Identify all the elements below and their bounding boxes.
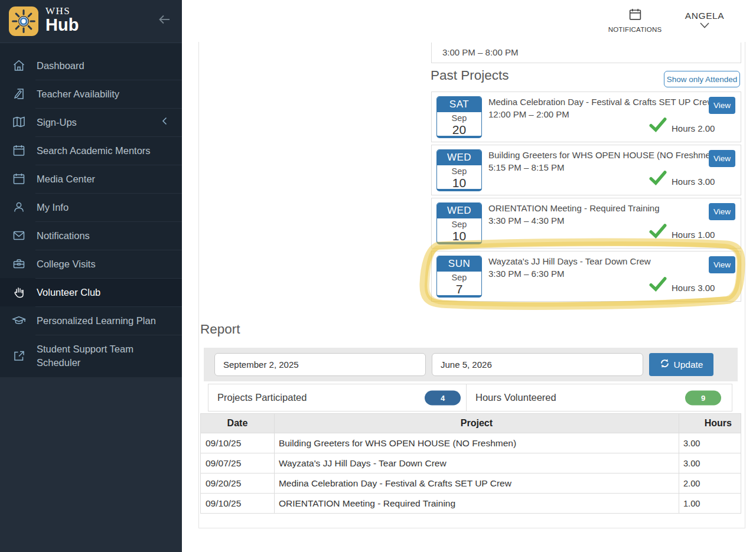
pencil-document-icon [12, 87, 26, 101]
show-only-attended-button[interactable]: Show only Attended [664, 71, 740, 87]
hours-volunteered-stat: Hours Volunteered 9 [467, 384, 732, 411]
project-hours: Hours 1.00 [672, 230, 715, 240]
brand: WHS Hub [45, 5, 79, 33]
badge-day: WED [437, 203, 481, 218]
update-button[interactable]: Update [649, 353, 713, 376]
sidebar-item-student-support-team-scheduler[interactable]: Student Support Team Scheduler [0, 335, 182, 377]
user-name: ANGELA [681, 11, 728, 21]
calendar-icon [12, 172, 26, 186]
cell-project: ORIENTATION Meeting - Required Training [274, 494, 679, 514]
cell-date: 09/20/25 [201, 473, 275, 494]
sidebar-item-label: Teacher Availability [37, 87, 139, 101]
view-button[interactable]: View [709, 150, 735, 167]
report-heading: Report [200, 322, 240, 337]
cell-project: Building Greeters for WHS OPEN HOUSE (NO… [274, 433, 679, 453]
table-row: 09/20/25 Medina Celebration Day - Festiv… [201, 473, 741, 494]
notifications-label: NOTIFICATIONS [607, 26, 663, 33]
view-button[interactable]: View [709, 203, 735, 220]
sidebar-item-volunteer-club[interactable]: Volunteer Club [0, 278, 182, 306]
chevron-down-icon [698, 22, 711, 31]
cell-hours: 1.00 [679, 494, 741, 514]
view-button[interactable]: View [709, 97, 735, 114]
sidebar-item-label: College Visits [37, 257, 116, 271]
sidebar-item-label: Student Support Team Scheduler [37, 342, 182, 370]
sidebar-item-media-center[interactable]: Media Center [0, 165, 182, 193]
sidebar-item-notifications[interactable]: Notifications [0, 221, 182, 250]
projects-participated-stat: Projects Participated 4 [208, 384, 467, 411]
badge-date: 10 [437, 230, 481, 243]
past-project-card: SAT Sep 20 Medina Celebration Day - Fest… [431, 92, 741, 142]
check-icon [649, 117, 667, 135]
past-project-card-highlighted: SUN Sep 7 Wayzata's JJ Hill Days - Tear … [431, 251, 741, 302]
update-label: Update [674, 360, 703, 370]
sidebar-item-college-visits[interactable]: College Visits [0, 250, 182, 278]
sidebar-item-label: Notifications [37, 229, 110, 243]
sidebar-item-label: Dashboard [37, 59, 105, 73]
project-hours: Hours 3.00 [672, 177, 715, 187]
sidebar-collapse-button[interactable] [157, 13, 172, 28]
project-title: Wayzata's JJ Hill Days - Tear Down Crew [488, 256, 651, 266]
cell-project: Wayzata's JJ Hill Days - Tear Down Crew [274, 453, 679, 473]
project-time: 3:30 PM – 6:30 PM [488, 269, 564, 279]
graduation-cap-icon [12, 313, 26, 328]
projects-count-badge: 4 [425, 390, 461, 405]
calendar-date-badge: SUN Sep 7 [436, 256, 482, 298]
sidebar-logo-strip: WHS Hub [0, 0, 182, 43]
sidebar-item-teacher-availability[interactable]: Teacher Availability [0, 80, 182, 108]
badge-month: Sep [437, 220, 481, 230]
project-time: 3:30 PM – 4:30 PM [488, 215, 564, 226]
calendar-date-badge: SAT Sep 20 [436, 96, 482, 138]
cell-hours: 3.00 [679, 433, 741, 453]
check-icon [649, 276, 667, 294]
table-header-row: Date Project Hours [201, 414, 741, 433]
view-button[interactable]: View [709, 256, 735, 273]
sidebar-item-label: Search Academic Mentors [37, 144, 171, 158]
sidebar: WHS Hub Dashboard [0, 0, 182, 552]
calendar-icon [628, 15, 643, 24]
start-date-input[interactable] [214, 353, 426, 376]
project-hours: Hours 2.00 [672, 123, 715, 133]
sidebar-item-label: Personalized Learning Plan [37, 314, 176, 328]
chevron-left-icon [161, 116, 169, 128]
check-icon [649, 170, 667, 188]
column-header-hours: Hours [679, 414, 741, 433]
sidebar-item-search-academic-mentors[interactable]: Search Academic Mentors [0, 136, 182, 165]
report-summary-row: Projects Participated 4 Hours Volunteere… [208, 384, 732, 411]
sidebar-menu: Dashboard Teacher Availability Sign-Ups [0, 43, 182, 377]
cell-hours: 2.00 [679, 473, 741, 494]
external-link-icon [12, 349, 26, 363]
sidebar-item-dashboard[interactable]: Dashboard [0, 51, 182, 80]
badge-date: 20 [437, 123, 481, 136]
sidebar-item-personalized-learning-plan[interactable]: Personalized Learning Plan [0, 306, 182, 335]
book-icon [12, 115, 26, 129]
cell-hours: 3.00 [679, 453, 741, 473]
hours-count-badge: 9 [685, 390, 721, 405]
calendar-icon [12, 143, 26, 158]
badge-day: SAT [437, 97, 481, 112]
refresh-icon [660, 358, 670, 371]
back-arrow-icon [157, 19, 172, 28]
sidebar-item-my-info[interactable]: My Info [0, 193, 182, 221]
badge-date: 7 [437, 283, 481, 296]
past-project-card: WED Sep 10 Building Greeters for WHS OPE… [431, 145, 741, 195]
user-menu-button[interactable]: ANGELA [681, 11, 728, 31]
person-icon [12, 200, 26, 214]
cell-date: 09/10/25 [201, 433, 275, 453]
calendar-date-badge: WED Sep 10 [436, 202, 482, 244]
sidebar-item-sign-ups[interactable]: Sign-Ups [0, 108, 182, 136]
column-header-date: Date [201, 414, 275, 433]
notifications-button[interactable]: NOTIFICATIONS [607, 7, 663, 33]
hand-icon [12, 285, 26, 299]
past-projects-heading: Past Projects [431, 68, 509, 83]
end-date-input[interactable] [432, 353, 643, 376]
project-time: 12:00 PM – 2:00 PM [488, 109, 569, 119]
stat-label: Hours Volunteered [475, 392, 556, 403]
whs-hub-sun-logo-icon [9, 6, 38, 36]
app-root: WHS Hub Dashboard [0, 0, 756, 552]
project-title: Medina Celebration Day - Festival & Craf… [488, 97, 713, 107]
brand-line2: Hub [45, 17, 79, 33]
sidebar-item-label: My Info [37, 201, 89, 214]
report-table: Date Project Hours 09/10/25 Building Gre… [200, 413, 741, 514]
project-title: ORIENTATION Meeting - Required Training [488, 203, 660, 213]
table-row: 09/10/25 Building Greeters for WHS OPEN … [201, 433, 741, 453]
